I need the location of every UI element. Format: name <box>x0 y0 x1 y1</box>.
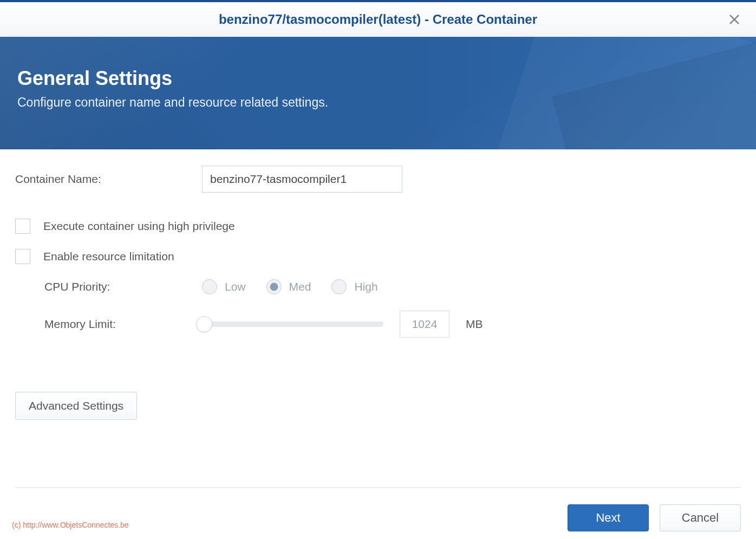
memory-limit-input[interactable] <box>400 311 449 338</box>
next-button[interactable]: Next <box>568 504 649 531</box>
cancel-button[interactable]: Cancel <box>660 504 741 531</box>
resource-limitation-row: Enable resource limitation <box>15 249 741 264</box>
cpu-priority-low-option: Low <box>202 279 246 294</box>
cpu-priority-low-label: Low <box>225 280 246 293</box>
create-container-dialog: benzino77/tasmocompiler(latest) - Create… <box>0 0 756 539</box>
content-area: Container Name: Execute container using … <box>0 149 756 539</box>
dialog-footer: Next Cancel <box>0 497 756 539</box>
cpu-priority-high-option: High <box>331 279 377 294</box>
memory-limit-unit: MB <box>466 318 483 331</box>
container-name-row: Container Name: <box>15 166 741 193</box>
banner-subtitle: Configure container name and resource re… <box>17 95 739 110</box>
high-privilege-label: Execute container using high privilege <box>43 220 235 233</box>
container-name-label: Container Name: <box>15 173 202 186</box>
cpu-priority-row: CPU Priority: Low Med High <box>44 279 741 294</box>
cpu-priority-high-label: High <box>354 280 377 293</box>
high-privilege-row: Execute container using high privilege <box>15 219 741 234</box>
cpu-priority-radio-group: Low Med High <box>202 279 389 294</box>
memory-limit-slider-thumb[interactable] <box>196 316 212 332</box>
watermark-text: (c) http://www.ObjetsConnectes.be <box>12 521 129 529</box>
cpu-priority-low-radio[interactable] <box>202 279 217 294</box>
cpu-priority-med-radio[interactable] <box>266 279 282 294</box>
close-icon <box>728 13 741 26</box>
memory-limit-slider[interactable] <box>202 321 383 327</box>
memory-limit-row: Memory Limit: MB <box>44 311 741 338</box>
cpu-priority-high-radio[interactable] <box>331 279 347 294</box>
cpu-priority-label: CPU Priority: <box>44 280 202 293</box>
advanced-settings-button[interactable]: Advanced Settings <box>15 392 137 420</box>
high-privilege-checkbox[interactable] <box>15 219 30 234</box>
resource-limitation-section: CPU Priority: Low Med High <box>15 279 741 338</box>
dialog-title: benzino77/tasmocompiler(latest) - Create… <box>219 12 537 27</box>
cpu-priority-med-label: Med <box>289 280 311 293</box>
resource-limitation-checkbox[interactable] <box>15 249 30 264</box>
container-name-input[interactable] <box>202 166 402 193</box>
banner-title: General Settings <box>17 67 739 90</box>
close-button[interactable] <box>728 13 741 26</box>
cpu-priority-med-option: Med <box>266 279 311 294</box>
memory-limit-label: Memory Limit: <box>44 318 202 331</box>
resource-limitation-label: Enable resource limitation <box>43 250 174 263</box>
memory-limit-controls: MB <box>202 311 483 338</box>
footer-divider <box>15 487 741 488</box>
dialog-titlebar: benzino77/tasmocompiler(latest) - Create… <box>0 0 756 37</box>
banner: General Settings Configure container nam… <box>0 37 756 149</box>
